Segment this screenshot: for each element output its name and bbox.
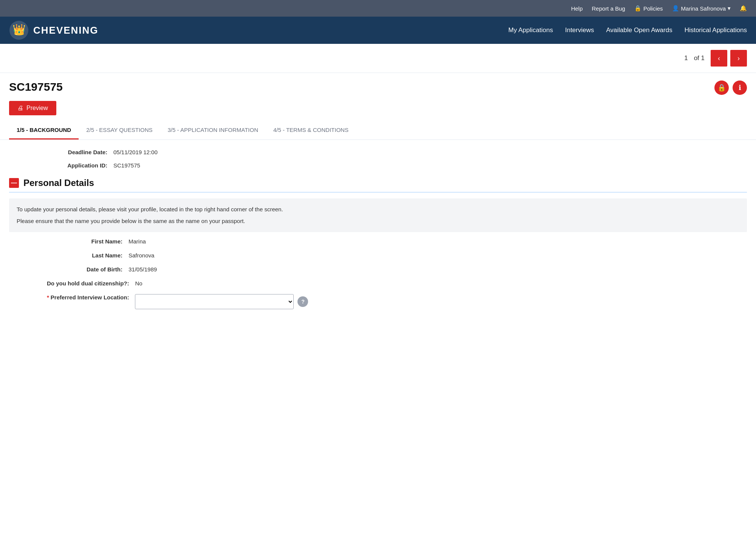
last-name-label: Last Name: [47, 252, 122, 259]
preview-section: 🖨 Preview [0, 98, 756, 121]
notice-line-1: To update your personal details, please … [17, 205, 739, 214]
nav-links: My Applications Interviews Available Ope… [508, 25, 747, 36]
tabs: 1/5 - BACKGROUND 2/5 - ESSAY QUESTIONS 3… [0, 121, 756, 140]
policies-link[interactable]: 🔒 Policies [634, 5, 663, 12]
deadline-label: Deadline Date: [47, 149, 107, 155]
application-header: SC197575 🔒 ℹ [0, 73, 756, 98]
pagination-current: 1 [684, 54, 688, 62]
section-icon: — [9, 178, 19, 188]
first-name-value: Marina [129, 238, 146, 245]
nav-historical-applications[interactable]: Historical Applications [685, 25, 747, 36]
dob-row: Date of Birth: 31/05/1989 [9, 266, 747, 273]
dual-citizenship-label: Do you hold dual citizenship?: [47, 280, 129, 287]
personal-details-section-header: — Personal Details [9, 178, 747, 192]
help-icon[interactable]: ? [297, 296, 308, 307]
interview-location-label: * Preferred Interview Location: [47, 294, 129, 301]
interview-location-row: * Preferred Interview Location: ? [9, 294, 747, 309]
user-icon: 👤 [672, 5, 679, 12]
dual-citizenship-value: No [135, 280, 143, 287]
required-marker: * [47, 294, 49, 301]
interview-location-select[interactable] [135, 294, 294, 309]
last-name-value: Safronova [129, 252, 154, 259]
report-bug-link[interactable]: Report a Bug [592, 5, 625, 12]
brand: 👑 CHEVENING [9, 20, 99, 40]
deadline-value: 05/11/2019 12:00 [113, 149, 158, 155]
brand-logo: 👑 [9, 20, 29, 40]
pagination-next-button[interactable]: › [730, 50, 747, 67]
application-id: SC197575 [9, 81, 63, 93]
dob-value: 31/05/1989 [129, 266, 157, 273]
utility-bar: Help Report a Bug 🔒 Policies 👤 Marina Sa… [0, 0, 756, 17]
first-name-label: First Name: [47, 238, 122, 245]
pagination-prev-button[interactable]: ‹ [711, 50, 727, 67]
interview-location-select-wrapper: ? [135, 294, 308, 309]
appid-value: SC197575 [113, 162, 140, 169]
info-icon[interactable]: ℹ [733, 81, 747, 95]
preview-button[interactable]: 🖨 Preview [9, 101, 56, 115]
nav-my-applications[interactable]: My Applications [508, 25, 553, 36]
main-nav: 👑 CHEVENING My Applications Interviews A… [0, 17, 756, 44]
appid-label: Application ID: [47, 162, 107, 169]
notifications-link[interactable]: 🔔 [740, 5, 747, 12]
tab-background[interactable]: 1/5 - BACKGROUND [9, 121, 79, 139]
app-icons: 🔒 ℹ [714, 81, 747, 95]
main-content: Deadline Date: 05/11/2019 12:00 Applicat… [0, 140, 756, 326]
nav-interviews[interactable]: Interviews [565, 25, 594, 36]
bell-icon: 🔔 [740, 5, 747, 12]
pagination-bar: 1 of 1 ‹ › [0, 44, 756, 73]
tab-terms-conditions[interactable]: 4/5 - TERMS & CONDITIONS [266, 121, 356, 139]
nav-available-open-awards[interactable]: Available Open Awards [606, 25, 672, 36]
dual-citizenship-row: Do you hold dual citizenship?: No [9, 280, 747, 287]
brand-name: CHEVENING [33, 25, 99, 36]
appid-row: Application ID: SC197575 [9, 162, 747, 169]
tab-essay-questions[interactable]: 2/5 - ESSAY QUESTIONS [79, 121, 160, 139]
svg-text:👑: 👑 [12, 23, 26, 36]
deadline-row: Deadline Date: 05/11/2019 12:00 [9, 149, 747, 155]
pagination-label: of 1 [694, 54, 705, 62]
user-menu-link[interactable]: 👤 Marina Safronova ▾ [672, 5, 731, 12]
last-name-row: Last Name: Safronova [9, 252, 747, 259]
tab-application-information[interactable]: 3/5 - APPLICATION INFORMATION [160, 121, 266, 139]
notice-line-2: Please ensure that the name you provide … [17, 217, 739, 226]
lock-icon: 🔒 [634, 5, 641, 12]
chevron-down-icon: ▾ [728, 5, 731, 12]
help-link[interactable]: Help [571, 5, 583, 12]
section-title: Personal Details [23, 178, 94, 188]
lock-icon[interactable]: 🔒 [714, 81, 729, 95]
print-icon: 🖨 [17, 105, 23, 112]
dob-label: Date of Birth: [47, 266, 122, 273]
first-name-row: First Name: Marina [9, 238, 747, 245]
notice-box: To update your personal details, please … [9, 198, 747, 232]
